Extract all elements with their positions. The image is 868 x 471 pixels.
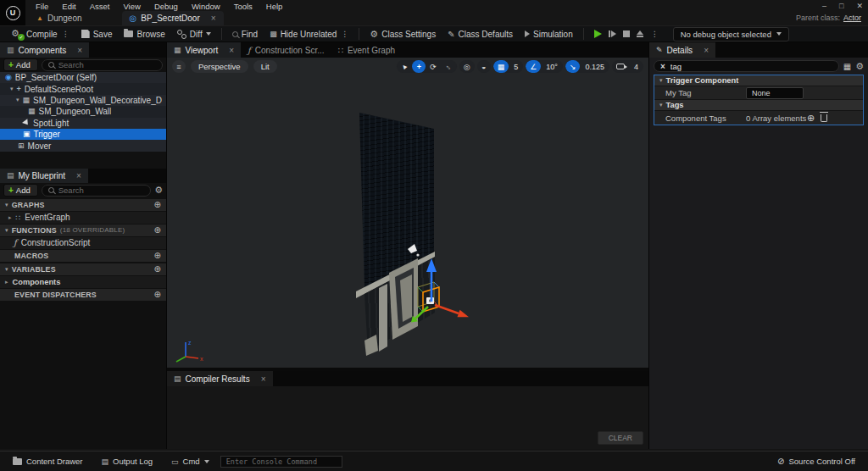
add-graph-icon[interactable]: ⊕ <box>153 200 161 209</box>
grid-snap-icon[interactable]: ▦ <box>493 60 509 73</box>
details-settings-gear-icon[interactable]: ⚙ <box>855 62 864 71</box>
item-constructionscript[interactable]: ƒ ConstructionScript <box>0 237 166 249</box>
hide-unrelated-options-icon[interactable]: ⋮ <box>341 30 348 38</box>
surface-snap-icon[interactable]: ◒ <box>477 60 491 73</box>
item-eventgraph[interactable]: ▸ ∷ EventGraph <box>0 212 166 224</box>
menu-debug[interactable]: Debug <box>147 2 185 11</box>
viewport-3d[interactable]: z x ≡ Perspective Lit ▲ + ⟳ ⇔ ◎ ◒ ▦ 5 <box>167 58 648 368</box>
tab-my-blueprint[interactable]: ▤ My Blueprint × <box>0 169 88 183</box>
rotation-snap-icon[interactable]: ∠ <box>526 60 541 73</box>
rotation-snap-value[interactable]: 10° <box>541 60 563 73</box>
menu-asset[interactable]: Asset <box>83 2 117 11</box>
tree-row-defaultsceneroot[interactable]: ▾ + DefaultSceneRoot <box>0 83 166 94</box>
eject-icon[interactable] <box>637 30 643 37</box>
simulation-button[interactable]: Simulation <box>519 26 579 42</box>
expander-icon[interactable]: ▾ <box>16 97 19 103</box>
console-command-input[interactable] <box>220 456 342 468</box>
tab-close-icon[interactable]: × <box>704 46 709 55</box>
add-component-button[interactable]: + Add <box>3 58 38 71</box>
section-functions[interactable]: ▾ FUNCTIONS (18 OVERRIDABLE) ⊕ <box>0 224 166 236</box>
tab-details[interactable]: ✎ Details × <box>649 42 715 58</box>
camera-speed-icon[interactable] <box>612 60 629 73</box>
class-settings-button[interactable]: ⚙ Class Settings <box>364 26 442 42</box>
tab-close-icon[interactable]: × <box>261 374 266 384</box>
tab-event-graph[interactable]: ∷ Event Graph <box>331 42 403 58</box>
splitter-left[interactable] <box>166 42 167 449</box>
tree-row-trigger-selected[interactable]: ▣ Trigger <box>0 129 166 140</box>
item-components-category[interactable]: ▸ Components <box>0 276 166 288</box>
stop-icon[interactable] <box>623 30 630 37</box>
tab-bp-secretdoor[interactable]: ◎ BP_SecretDoor × <box>122 11 224 25</box>
play-options-icon[interactable]: ⋮ <box>651 30 659 38</box>
add-variable-icon[interactable]: ⊕ <box>153 264 161 274</box>
find-button[interactable]: Find <box>226 26 264 42</box>
output-log-button[interactable]: ▤ Output Log <box>94 452 161 471</box>
move-tool-icon[interactable]: + <box>412 60 426 73</box>
maximize-icon[interactable]: □ <box>839 2 843 10</box>
clear-button[interactable]: CLEAR <box>598 431 643 445</box>
trash-icon[interactable] <box>821 114 827 122</box>
menu-tools[interactable]: Tools <box>227 2 259 11</box>
world-space-icon[interactable]: ◎ <box>459 60 475 73</box>
perspective-button[interactable]: Perspective <box>191 60 248 73</box>
add-blueprint-item-button[interactable]: + Add <box>3 184 38 197</box>
tree-row-mover[interactable]: ⊞ Mover <box>0 140 166 151</box>
scale-tool-icon[interactable]: ⇔ <box>441 60 457 73</box>
section-event-dispatchers[interactable]: EVENT DISPATCHERS ⊕ <box>0 289 166 301</box>
add-function-icon[interactable]: ⊕ <box>153 225 161 235</box>
viewport-menu-icon[interactable]: ≡ <box>172 60 186 73</box>
my-blueprint-search-input[interactable] <box>58 186 144 195</box>
tab-close-icon[interactable]: × <box>76 171 81 180</box>
scale-snap-value[interactable]: 0.125 <box>580 60 609 73</box>
tree-row-bp-secretdoor[interactable]: ◉ BP_SecretDoor (Self) <box>0 72 166 83</box>
class-defaults-button[interactable]: ✎ Class Defaults <box>442 26 519 42</box>
play-icon[interactable] <box>594 30 602 38</box>
rotate-tool-icon[interactable]: ⟳ <box>426 60 441 73</box>
section-tags[interactable]: ▾ Tags <box>654 100 863 111</box>
debug-object-dropdown[interactable]: No debug object selected <box>673 27 789 42</box>
cmd-dropdown[interactable]: ▭ Cmd <box>164 452 217 471</box>
menu-help[interactable]: Help <box>259 2 290 11</box>
minimize-icon[interactable]: – <box>822 2 826 10</box>
save-button[interactable]: Save <box>75 26 119 42</box>
tab-close-icon[interactable]: × <box>77 46 82 55</box>
section-trigger-component[interactable]: ▾ Trigger Component <box>654 75 863 86</box>
my-tag-dropdown[interactable]: None <box>746 87 804 99</box>
add-element-icon[interactable]: ⊕ <box>807 113 815 124</box>
splitter-right[interactable] <box>648 42 649 449</box>
content-drawer-button[interactable]: Content Drawer <box>5 452 91 471</box>
parent-class-link[interactable]: Actor <box>843 14 861 22</box>
tree-row-spotlight[interactable]: SpotLight <box>0 118 166 129</box>
compile-options-icon[interactable]: ⋮ <box>62 30 70 38</box>
expander-icon[interactable]: ▸ <box>8 214 12 221</box>
tab-construction-script[interactable]: ƒ Construction Scr... <box>241 42 331 58</box>
select-tool-icon[interactable]: ▲ <box>397 60 412 73</box>
close-icon[interactable]: ✕ <box>856 2 863 10</box>
source-control-button[interactable]: ⊘ Source Control Off <box>770 452 863 471</box>
unreal-logo-icon[interactable]: U <box>0 0 25 25</box>
compile-button[interactable]: ⚙✓ Compile ⋮ <box>5 26 75 42</box>
tab-close-icon[interactable]: × <box>229 46 234 55</box>
tab-compiler-results[interactable]: ▤ Compiler Results × <box>167 371 273 386</box>
hide-unrelated-button[interactable]: ▩ Hide Unrelated ⋮ <box>264 26 354 42</box>
lit-button[interactable]: Lit <box>253 60 277 73</box>
menu-view[interactable]: View <box>116 2 147 11</box>
tab-components[interactable]: ▥ Components × <box>0 42 89 58</box>
section-graphs[interactable]: ▾ GRAPHS ⊕ <box>0 199 166 211</box>
tree-row-sm-dungeon-wall[interactable]: ▦ SM_Dungeon_Wall <box>0 106 166 117</box>
details-search-input[interactable] <box>670 62 832 71</box>
menu-window[interactable]: Window <box>185 2 227 11</box>
menu-file[interactable]: File <box>29 2 55 11</box>
blueprint-settings-gear-icon[interactable]: ⚙ <box>154 186 163 195</box>
section-variables[interactable]: ▾ VARIABLES ⊕ <box>0 263 166 275</box>
components-search-input[interactable] <box>58 60 156 69</box>
tab-dungeon-level[interactable]: ▲ Dungeon <box>29 11 90 25</box>
add-event-dispatcher-icon[interactable]: ⊕ <box>153 290 161 299</box>
menu-edit[interactable]: Edit <box>55 2 82 11</box>
tab-viewport[interactable]: ▦ Viewport × <box>167 42 241 58</box>
display-filter-icon[interactable]: ▦ <box>843 62 851 71</box>
grid-snap-value[interactable]: 5 <box>509 60 523 73</box>
expander-icon[interactable]: ▾ <box>10 86 14 92</box>
browse-button[interactable]: Browse <box>118 26 170 42</box>
scale-snap-icon[interactable]: ↘ <box>565 60 581 73</box>
